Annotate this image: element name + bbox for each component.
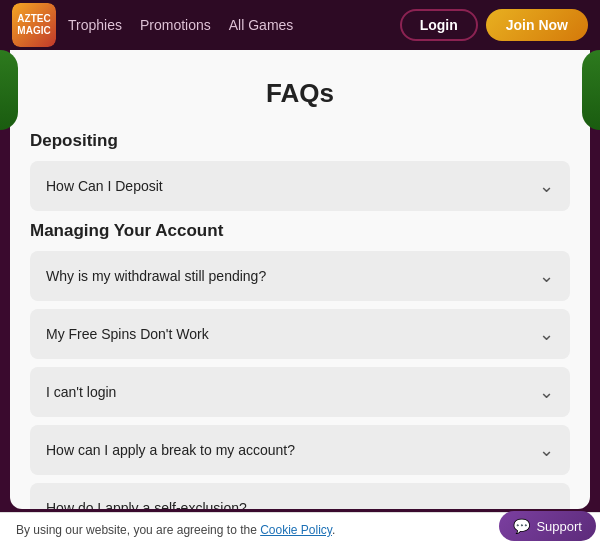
- faq-item-label: How Can I Deposit: [46, 178, 163, 194]
- faq-item-login[interactable]: I can't login ⌄: [30, 367, 570, 417]
- logo[interactable]: AZTEC MAGIC: [12, 3, 56, 47]
- faq-item-freespins[interactable]: My Free Spins Don't Work ⌄: [30, 309, 570, 359]
- main-content: FAQs Depositing How Can I Deposit ⌄ Mana…: [10, 50, 590, 509]
- deco-left-plant: [0, 50, 18, 130]
- section-heading-managing: Managing Your Account: [30, 221, 570, 241]
- cookie-policy-link[interactable]: Cookie Policy: [260, 523, 332, 537]
- faq-item-label: I can't login: [46, 384, 116, 400]
- navbar: AZTEC MAGIC Trophies Promotions All Game…: [0, 0, 600, 50]
- deco-right-plant: [582, 50, 600, 130]
- chevron-down-icon: ⌄: [539, 439, 554, 461]
- support-button[interactable]: 💬 Support: [499, 511, 596, 541]
- nav-all-games[interactable]: All Games: [229, 17, 294, 33]
- navbar-actions: Login Join Now: [400, 9, 588, 41]
- cookie-period: .: [332, 523, 335, 537]
- faq-item-break[interactable]: How can I apply a break to my account? ⌄: [30, 425, 570, 475]
- join-button[interactable]: Join Now: [486, 9, 588, 41]
- cookie-text: By using our website, you are agreeing t…: [16, 523, 260, 537]
- logo-image: AZTEC MAGIC: [12, 3, 56, 47]
- chevron-down-icon: ⌄: [539, 381, 554, 403]
- nav-trophies[interactable]: Trophies: [68, 17, 122, 33]
- page-title: FAQs: [30, 78, 570, 109]
- faq-item-label: How do I apply a self-exclusion?: [46, 500, 247, 509]
- faq-item-label: Why is my withdrawal still pending?: [46, 268, 266, 284]
- support-icon: 💬: [513, 518, 530, 534]
- faq-item-label: My Free Spins Don't Work: [46, 326, 209, 342]
- section-heading-depositing: Depositing: [30, 131, 570, 151]
- faq-item-withdrawal[interactable]: Why is my withdrawal still pending? ⌄: [30, 251, 570, 301]
- faq-item-label: How can I apply a break to my account?: [46, 442, 295, 458]
- navbar-links: Trophies Promotions All Games: [68, 17, 400, 33]
- chevron-down-icon: ⌄: [539, 265, 554, 287]
- chevron-down-icon: ⌄: [539, 497, 554, 509]
- faq-item-exclusion[interactable]: How do I apply a self-exclusion? ⌄: [30, 483, 570, 509]
- nav-promotions[interactable]: Promotions: [140, 17, 211, 33]
- support-label: Support: [536, 519, 582, 534]
- faq-item-deposit[interactable]: How Can I Deposit ⌄: [30, 161, 570, 211]
- chevron-down-icon: ⌄: [539, 175, 554, 197]
- chevron-down-icon: ⌄: [539, 323, 554, 345]
- login-button[interactable]: Login: [400, 9, 478, 41]
